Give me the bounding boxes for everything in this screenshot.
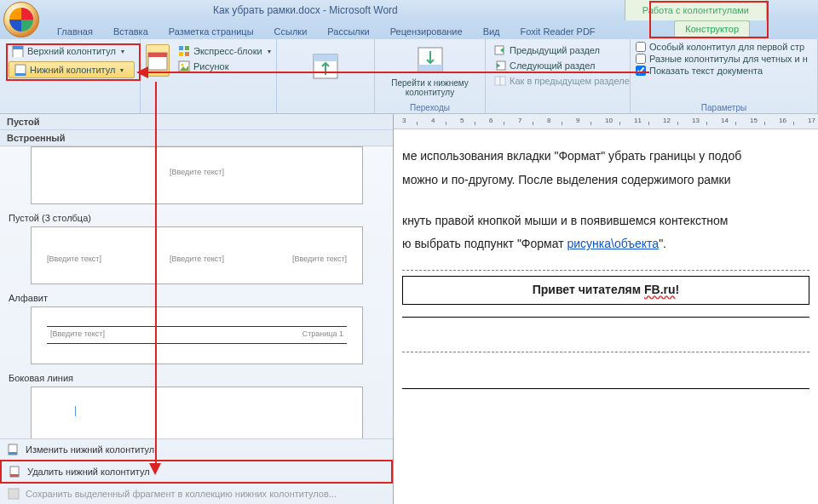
- svg-rect-21: [9, 452, 17, 455]
- highlight-design-tab: [649, 1, 769, 38]
- prev-icon: [494, 44, 506, 56]
- tab-layout[interactable]: Разметка страницы: [158, 24, 264, 39]
- blocks-icon: [178, 45, 190, 57]
- goto-footer-label: Перейти к нижнему колонтитулу: [391, 78, 468, 97]
- group-navigation-label: Переходы: [375, 103, 485, 112]
- gallery-item-label: Пустой (3 столбца): [0, 208, 393, 226]
- calendar-icon: [147, 49, 169, 72]
- link-icon: [494, 75, 506, 87]
- tab-insert[interactable]: Вставка: [103, 24, 158, 39]
- edit-icon: [7, 443, 20, 456]
- gallery-item-alphabet[interactable]: [Введите текст] Страница 1: [31, 306, 363, 364]
- footer-content-box[interactable]: Привет читателям FB.ru!: [402, 276, 809, 305]
- ribbon-tabs: Главная Вставка Разметка страницы Ссылки…: [0, 20, 818, 39]
- office-button[interactable]: [3, 2, 39, 37]
- svg-rect-8: [179, 52, 183, 56]
- tab-foxit[interactable]: Foxit Reader PDF: [510, 24, 606, 39]
- doc-paragraph: ме использования вкладки "Формат" убрать…: [402, 146, 809, 167]
- window-title: Как убрать рамки.docx - Microsoft Word: [213, 4, 398, 16]
- doc-paragraph: кнуть правой кнопкой мыши и в появившемс…: [402, 211, 809, 232]
- footer-separator: [402, 352, 809, 352]
- gallery-section-builtin: Встроенный: [0, 130, 393, 146]
- gallery-item-empty[interactable]: [Введите текст]: [31, 146, 363, 204]
- gallery-items: [Введите текст] Пустой (3 столбца) [Введ…: [0, 146, 393, 438]
- svg-rect-18: [495, 77, 500, 85]
- link-prev-button[interactable]: Как в предыдущем разделе: [491, 74, 625, 88]
- remove-footer-item[interactable]: Удалить нижний колонтитул: [0, 460, 393, 484]
- tab-view[interactable]: Вид: [473, 24, 510, 39]
- goto-header-button[interactable]: [305, 46, 346, 87]
- save-icon: [7, 487, 20, 501]
- document-body[interactable]: ме использования вкладки "Формат" убрать…: [394, 129, 818, 398]
- tab-review[interactable]: Рецензирование: [380, 24, 473, 39]
- doc-link[interactable]: рисунка\объекта: [567, 237, 659, 250]
- tab-references[interactable]: Ссылки: [264, 24, 318, 39]
- quick-parts-label: Экспресс-блоки: [193, 46, 262, 56]
- picture-label: Рисунок: [193, 61, 229, 72]
- gallery-footer: Изменить нижний колонтитул Удалить нижни…: [0, 438, 393, 504]
- svg-rect-13: [314, 54, 337, 61]
- document-area: 34567891011121314151617 ме использования…: [394, 114, 818, 504]
- svg-rect-15: [418, 65, 442, 72]
- svg-rect-6: [179, 46, 183, 50]
- page-divider: [402, 388, 809, 389]
- goto-footer-button[interactable]: [413, 44, 447, 78]
- gallery-item-sideline[interactable]: |: [31, 387, 363, 438]
- doc-paragraph: можно и по-другому. После выделения соде…: [402, 170, 809, 191]
- next-section-button[interactable]: Следующий раздел: [491, 59, 625, 72]
- footer-gallery: Пустой Встроенный [Введите текст] Пустой…: [0, 114, 394, 504]
- highlight-footer-button: [6, 43, 141, 81]
- tab-home[interactable]: Главная: [47, 24, 103, 39]
- arrow-head-icon: [149, 463, 161, 475]
- first-page-checkbox[interactable]: Особый колонтитул для первой стр: [636, 41, 812, 53]
- svg-rect-5: [148, 53, 167, 57]
- svg-rect-7: [185, 46, 189, 50]
- group-options-label: Параметры: [631, 103, 817, 112]
- footer-bottom-line: [402, 317, 809, 318]
- next-icon: [494, 60, 506, 72]
- show-text-checkbox[interactable]: Показать текст документа: [636, 65, 812, 77]
- prev-section-label: Предыдущий раздел: [510, 45, 600, 55]
- gallery-item-3col[interactable]: [Введите текст] [Введите текст] [Введите…: [31, 226, 363, 284]
- chevron-down-icon: ▾: [268, 48, 271, 55]
- odd-even-checkbox[interactable]: Разные колонтитулы для четных и н: [636, 53, 812, 65]
- footer-separator: [402, 270, 809, 271]
- picture-icon: [178, 60, 190, 72]
- svg-point-11: [181, 64, 184, 66]
- remove-icon: [9, 465, 22, 478]
- save-footer-item: Сохранить выделенный фрагмент в коллекци…: [0, 484, 393, 504]
- goto-footer-icon: [413, 44, 447, 78]
- edit-footer-item[interactable]: Изменить нижний колонтитул: [0, 439, 393, 460]
- prev-section-button[interactable]: Предыдущий раздел: [491, 43, 625, 57]
- annotation-arrow: [145, 72, 649, 73]
- svg-rect-24: [9, 489, 19, 499]
- arrow-head-icon: [136, 66, 148, 78]
- tab-mailings[interactable]: Рассылки: [317, 24, 379, 39]
- annotation-arrow: [155, 82, 157, 465]
- svg-rect-23: [10, 474, 19, 477]
- gallery-item-label: Боковая линия: [0, 368, 393, 387]
- goto-header-icon: [310, 51, 341, 82]
- link-prev-label: Как в предыдущем разделе: [510, 76, 630, 86]
- content-area: Пустой Встроенный [Введите текст] Пустой…: [0, 114, 818, 504]
- gallery-section-empty: Пустой: [0, 114, 393, 130]
- gallery-item-label: Алфавит: [0, 288, 393, 306]
- quick-parts-button[interactable]: Экспресс-блоки ▾: [175, 44, 274, 58]
- doc-paragraph: ю выбрать подпункт "Формат рисунка\объек…: [402, 234, 809, 255]
- svg-rect-19: [500, 77, 505, 85]
- ruler[interactable]: 34567891011121314151617: [394, 114, 818, 129]
- next-section-label: Следующий раздел: [510, 60, 595, 71]
- svg-rect-9: [185, 52, 189, 56]
